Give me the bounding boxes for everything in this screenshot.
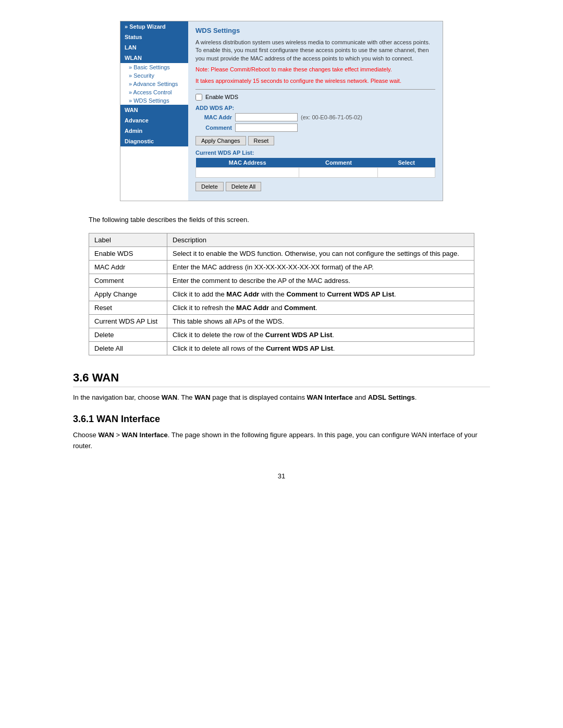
enable-wds-label: Enable WDS: [205, 94, 238, 100]
table-cell-label: Reset: [89, 301, 167, 314]
sidebar-section-lan[interactable]: LAN: [120, 42, 188, 53]
table-cell-description: Select it to enable the WDS function. Ot…: [167, 246, 474, 260]
enable-wds-row: Enable WDS: [195, 94, 435, 101]
setup-wizard-link[interactable]: » Setup Wizard: [120, 21, 188, 32]
table-cell-description: Click it to add the MAC Addr with the Co…: [167, 287, 474, 301]
delete-button[interactable]: Delete: [195, 182, 224, 191]
table-cell-description: Click it to refresh the MAC Addr and Com…: [167, 301, 474, 314]
sidebar-item-access-control[interactable]: » Access Control: [120, 88, 188, 96]
sidebar-section-diagnostic[interactable]: Diagnostic: [120, 136, 188, 146]
section-361-body: Choose WAN > WAN Interface. The page sho…: [73, 430, 490, 452]
note-text-2: It takes approximately 15 seconds to con…: [195, 77, 435, 85]
comment-input[interactable]: [235, 124, 298, 132]
info-table-desc-header: Description: [167, 233, 474, 246]
comment-row: Comment: [195, 124, 435, 132]
sidebar-item-security[interactable]: » Security: [120, 71, 188, 80]
ap-table-header-comment: Comment: [299, 158, 378, 168]
page-title: WDS Settings: [195, 27, 435, 34]
table-cell-description: Enter the comment to describe the AP of …: [167, 274, 474, 287]
ap-table-empty-row: [196, 167, 435, 177]
sidebar-section-advance[interactable]: Advance: [120, 115, 188, 126]
sidebar-section-wan[interactable]: WAN: [120, 105, 188, 115]
table-cell-label: Apply Change: [89, 287, 167, 301]
table-row: Apply ChangeClick it to add the MAC Addr…: [89, 287, 474, 301]
apply-changes-button[interactable]: Apply Changes: [195, 136, 246, 145]
sidebar-section-wlan[interactable]: WLAN: [120, 53, 188, 63]
sidebar-section-admin[interactable]: Admin: [120, 126, 188, 136]
table-row: Enable WDSSelect it to enable the WDS fu…: [89, 246, 474, 260]
mac-addr-label: MAC Addr: [195, 114, 232, 120]
mac-addr-input[interactable]: [235, 113, 298, 121]
page-number: 31: [73, 472, 490, 480]
ap-table: MAC Address Comment Select: [195, 158, 435, 178]
table-row: MAC AddrEnter the MAC address (in XX-XX-…: [89, 260, 474, 274]
table-cell-description: Click it to delete all rows of the Curre…: [167, 341, 474, 355]
sidebar-item-wds-settings[interactable]: » WDS Settings: [120, 96, 188, 105]
description-text: A wireless distribution system uses wire…: [195, 39, 435, 63]
table-cell-description: Enter the MAC address (in XX-XX-XX-XX-XX…: [167, 260, 474, 274]
sidebar: » Setup Wizard Status LAN WLAN » Basic S…: [120, 21, 188, 201]
table-row: DeleteClick it to delete the row of the …: [89, 328, 474, 341]
table-cell-label: Enable WDS: [89, 246, 167, 260]
current-list-label: Current WDS AP List:: [195, 150, 435, 156]
mac-hint: (ex: 00-E0-86-71-05-02): [301, 114, 362, 120]
table-row: ResetClick it to refresh the MAC Addr an…: [89, 301, 474, 314]
table-intro-text: The following table describes the fields…: [89, 216, 474, 224]
reset-button[interactable]: Reset: [248, 136, 275, 145]
section-36-body: In the navigation bar, choose WAN. The W…: [73, 392, 490, 403]
mac-addr-row: MAC Addr (ex: 00-E0-86-71-05-02): [195, 113, 435, 121]
action-buttons: Apply Changes Reset: [195, 136, 435, 145]
table-row: Delete AllClick it to delete all rows of…: [89, 341, 474, 355]
info-table: Label Description Enable WDSSelect it to…: [89, 233, 474, 355]
delete-all-button[interactable]: Delete All: [226, 182, 261, 191]
table-cell-label: Delete: [89, 328, 167, 341]
table-cell-label: Delete All: [89, 341, 167, 355]
divider: [195, 89, 435, 90]
main-panel: WDS Settings A wireless distribution sys…: [188, 21, 443, 201]
comment-label: Comment: [195, 125, 232, 131]
table-cell-label: Current WDS AP List: [89, 314, 167, 328]
ap-table-header-select: Select: [378, 158, 435, 168]
table-cell-label: Comment: [89, 274, 167, 287]
table-cell-label: MAC Addr: [89, 260, 167, 274]
info-table-label-header: Label: [89, 233, 167, 246]
router-ui-screenshot: » Setup Wizard Status LAN WLAN » Basic S…: [120, 21, 443, 201]
delete-buttons: Delete Delete All: [195, 182, 435, 191]
info-table-wrapper: Label Description Enable WDSSelect it to…: [73, 233, 490, 355]
section-361-heading: 3.6.1 WAN Interface: [73, 414, 490, 425]
sidebar-item-advance-settings[interactable]: » Advance Settings: [120, 80, 188, 88]
table-row: Current WDS AP ListThis table shows all …: [89, 314, 474, 328]
note-text-1: Note: Please Commit/Reboot to make these…: [195, 66, 435, 73]
table-cell-description: This table shows all APs of the WDS.: [167, 314, 474, 328]
sidebar-section-status[interactable]: Status: [120, 32, 188, 42]
table-row: CommentEnter the comment to describe the…: [89, 274, 474, 287]
enable-wds-checkbox[interactable]: [195, 94, 202, 101]
section-36-heading: 3.6 WAN: [73, 371, 490, 387]
ap-table-header-mac: MAC Address: [196, 158, 299, 168]
add-wds-ap-label: ADD WDS AP:: [195, 105, 435, 111]
sidebar-item-basic-settings[interactable]: » Basic Settings: [120, 63, 188, 71]
table-cell-description: Click it to delete the row of the Curren…: [167, 328, 474, 341]
